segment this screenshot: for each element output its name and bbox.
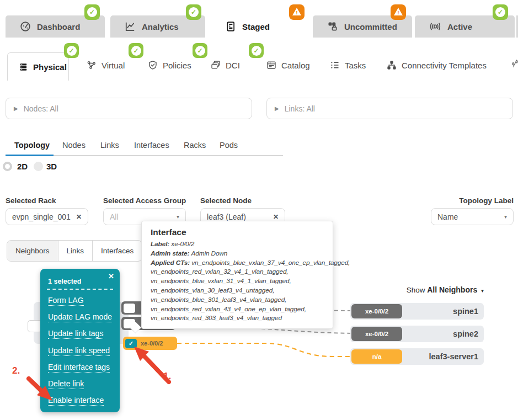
show-neighbors-dropdown[interactable]: Show All Neighbors ▾ bbox=[407, 285, 484, 294]
tooltip-title: Interface bbox=[151, 227, 324, 237]
status-badge-ok: ✓ bbox=[493, 4, 508, 20]
neighbor-name: spine2 bbox=[453, 329, 484, 338]
tab-detail-links[interactable]: Links bbox=[58, 241, 93, 261]
interface-pill-label: xe-0/0/2 bbox=[141, 340, 163, 347]
menu-item-delete-link[interactable]: Delete link bbox=[48, 376, 116, 392]
selected-node-label: Selected Node bbox=[200, 196, 252, 205]
tooltip-cts-line: vn_endpoints_red_vxlan_43_v4_one_ep_vlan… bbox=[151, 305, 324, 314]
uncommitted-icon bbox=[327, 21, 338, 32]
status-badge-ok: ✓ bbox=[186, 4, 201, 20]
radio-2d-label: 2D bbox=[17, 162, 28, 171]
tab-catalog[interactable]: Catalog bbox=[266, 52, 310, 78]
tab-physical[interactable]: Physical bbox=[7, 52, 69, 81]
tab-connectivity-templates[interactable]: Connectivity Templates bbox=[387, 52, 487, 78]
interface-checkbox[interactable] bbox=[124, 304, 135, 313]
neighbor-port-pill[interactable]: xe-0/0/2 bbox=[351, 327, 402, 341]
interface-tooltip: Interface Label: xe-0/0/2 Admin state: A… bbox=[141, 221, 333, 329]
interface-checkbox-checked[interactable]: ✓ bbox=[125, 339, 137, 348]
menu-item-enable-interface[interactable]: Enable interface bbox=[48, 392, 116, 409]
selected-access-group-value: All bbox=[110, 212, 119, 221]
step-2-label: 2. bbox=[12, 365, 20, 376]
show-value: All Neighbors bbox=[427, 285, 477, 294]
menu-item-update-lag-mode[interactable]: Update LAG mode bbox=[48, 309, 116, 326]
tab-nodes[interactable]: Nodes bbox=[62, 141, 86, 150]
selected-rack-label: Selected Rack bbox=[6, 196, 56, 205]
radio-3d-label: 3D bbox=[46, 162, 57, 171]
clear-icon[interactable]: ✕ bbox=[273, 213, 279, 221]
selected-access-group-label: Selected Access Group bbox=[103, 196, 186, 205]
window-icon bbox=[266, 60, 276, 70]
tooltip-cts-line: vn_endpoints_red_vxlan_32_v4_1_vlan_tagg… bbox=[151, 267, 324, 277]
tab-virtual[interactable]: Virtual bbox=[87, 52, 125, 78]
stacked-windows-icon bbox=[211, 60, 221, 70]
tab-label: Active bbox=[447, 22, 472, 31]
chevron-down-icon: ▾ bbox=[481, 288, 484, 294]
clear-icon[interactable]: ✕ bbox=[76, 213, 82, 221]
selected-rack-input[interactable]: evpn_single_001 ✕ bbox=[6, 208, 88, 225]
close-icon[interactable]: ✕ bbox=[108, 272, 114, 280]
line-chart-icon bbox=[125, 21, 136, 32]
tab-policies[interactable]: Policies bbox=[148, 52, 191, 78]
tab-label: Physical bbox=[33, 62, 67, 72]
menu-divider bbox=[47, 289, 113, 290]
neighbor-name: leaf3-server1 bbox=[429, 352, 484, 361]
neighbor-port-pill[interactable]: xe-0/0/2 bbox=[351, 304, 402, 318]
neighbor-port-pill[interactable]: n/a bbox=[351, 349, 402, 364]
chevron-down-icon: ▾ bbox=[177, 214, 179, 220]
tab-label: Analytics bbox=[142, 22, 179, 31]
tooltip-cts-line: vn_endpoints_blue_301_leaf3_v4_vlan_tagg… bbox=[151, 295, 324, 305]
tab-interfaces[interactable]: Interfaces bbox=[134, 141, 169, 150]
tab-detail-interfaces[interactable]: Interfaces bbox=[93, 241, 142, 261]
menu-item-edit-interface-tags[interactable]: Edit interface tags bbox=[48, 359, 116, 376]
tab-tasks[interactable]: Tasks bbox=[330, 52, 366, 78]
tooltip-cts-line: vn_endpoints_red_303_leaf3_v4_vlan_tagge… bbox=[151, 313, 324, 323]
context-menu-items: Form LAG Update LAG mode Update link tag… bbox=[48, 293, 116, 409]
fabric-settings-icon[interactable] bbox=[511, 59, 518, 71]
tab-racks[interactable]: Racks bbox=[184, 141, 206, 150]
tab-topology[interactable]: Topology bbox=[14, 141, 50, 150]
selected-rack-value: evpn_single_001 bbox=[12, 212, 71, 221]
nodes-filter-label: Nodes: All bbox=[24, 104, 58, 113]
tab-label: Tasks bbox=[345, 61, 366, 70]
tab-neighbors[interactable]: Neighbors bbox=[7, 241, 58, 261]
menu-item-update-link-speed[interactable]: Update link speed bbox=[48, 343, 116, 359]
expand-caret-icon: ▶ bbox=[14, 105, 18, 111]
status-badge-ok: ✓ bbox=[193, 43, 207, 58]
tab-label: Dashboard bbox=[37, 22, 80, 31]
radio-2d[interactable] bbox=[3, 162, 12, 171]
neighbor-name: spine1 bbox=[453, 307, 484, 316]
active-tab-underline bbox=[6, 155, 54, 156]
tab-label: Staged bbox=[242, 22, 270, 31]
links-filter[interactable]: ▶ Links: All bbox=[266, 98, 513, 119]
hierarchy-icon bbox=[387, 60, 397, 70]
neighbor-row-leaf3-server1[interactable]: n/a leaf3-server1 bbox=[350, 348, 484, 365]
tab-pods[interactable]: Pods bbox=[220, 141, 238, 150]
interface-pill-selected[interactable]: ✓ xe-0/0/2 bbox=[123, 337, 177, 350]
tooltip-cts-line: vn_endpoints_blue_vxlan_31_v4_1_vlan_tag… bbox=[151, 277, 324, 286]
network-nodes-icon bbox=[87, 60, 97, 70]
step-1-label: 1. bbox=[163, 371, 171, 382]
chevron-down-icon: ▾ bbox=[504, 214, 507, 220]
selected-node-value: leaf3 (Leaf) bbox=[207, 212, 246, 221]
status-badge-ok: ✓ bbox=[84, 4, 100, 20]
tab-label: Policies bbox=[163, 61, 191, 70]
tab-links[interactable]: Links bbox=[100, 141, 119, 150]
expand-caret-icon: ▶ bbox=[275, 105, 279, 111]
tooltip-cts-line: Applied CTs: vn_endpoints_blue_vxlan_37_… bbox=[151, 258, 324, 268]
interface-context-menu: ✕ 1 selected Form LAG Update LAG mode Up… bbox=[40, 269, 120, 412]
neighbor-row-spine2[interactable]: xe-0/0/2 spine2 bbox=[350, 326, 484, 342]
topology-label-label: Topology Label bbox=[459, 196, 514, 205]
tab-label: Uncommitted bbox=[344, 22, 397, 31]
menu-item-form-lag[interactable]: Form LAG bbox=[48, 293, 116, 309]
apstra-blueprint-screen: Dashboard Analytics Staged Uncommitted bbox=[0, 0, 518, 420]
tab-label: DCI bbox=[226, 61, 240, 70]
nodes-filter[interactable]: ▶ Nodes: All bbox=[6, 98, 252, 119]
task-list-icon bbox=[330, 60, 340, 70]
tab-dci[interactable]: DCI bbox=[211, 52, 240, 78]
tooltip-admin-line: Admin state: Admin Down bbox=[151, 249, 324, 258]
menu-item-update-link-tags[interactable]: Update link tags bbox=[48, 326, 116, 342]
staged-document-icon bbox=[225, 21, 236, 32]
neighbor-row-spine1[interactable]: xe-0/0/2 spine1 bbox=[350, 303, 484, 320]
radio-3d[interactable] bbox=[34, 162, 43, 171]
topology-label-select[interactable]: Name ▾ bbox=[431, 208, 514, 225]
